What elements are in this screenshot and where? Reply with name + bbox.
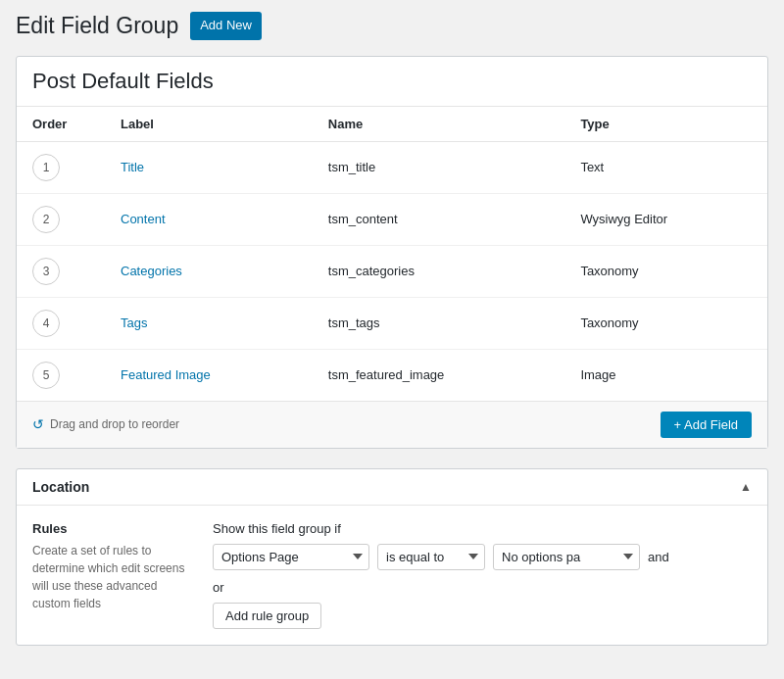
order-cell: 5 [17,349,105,401]
drag-icon: ↺ [32,416,44,432]
field-label-link[interactable]: Content [121,212,166,226]
add-field-button[interactable]: + Add Field [661,412,752,438]
table-row: 2 Content tsm_content Wysiwyg Editor [17,193,767,245]
group-title-input[interactable] [17,57,767,107]
and-label: and [648,550,669,564]
table-row: 3 Categories tsm_categories Taxonomy [17,245,767,297]
add-new-button[interactable]: Add New [190,12,262,40]
label-cell: Content [105,193,313,245]
rules-title: Rules [32,521,189,536]
page-title: Edit Field Group [16,13,178,39]
field-label-link[interactable]: Categories [121,264,182,278]
table-row: 1 Title tsm_title Text [17,141,767,193]
location-panel: Location ▲ Rules Create a set of rules t… [16,468,768,646]
col-name: Name [313,107,565,142]
col-type: Type [564,107,767,142]
name-cell: tsm_tags [313,297,565,349]
or-label: or [213,580,752,595]
page-header: Edit Field Group Add New [16,12,768,40]
label-cell: Title [105,141,313,193]
order-cell: 4 [17,297,105,349]
type-cell: Wysiwyg Editor [564,193,767,245]
location-body: Rules Create a set of rules to determine… [17,506,767,645]
order-cell: 3 [17,245,105,297]
rules-sidebar: Rules Create a set of rules to determine… [32,521,189,629]
add-rule-group-button[interactable]: Add rule group [213,603,321,629]
rules-content: Show this field group if Options Page is… [213,521,752,629]
field-label-link[interactable]: Tags [121,315,147,330]
location-title: Location [32,479,89,495]
order-cell: 1 [17,141,105,193]
location-header[interactable]: Location ▲ [17,469,767,506]
rule-row: Options Page is equal to No options pa a… [213,544,752,570]
field-label-link[interactable]: Featured Image [121,367,211,382]
rules-desc: Create a set of rules to determine which… [32,542,189,612]
table-row: 4 Tags tsm_tags Taxonomy [17,297,767,349]
col-label: Label [105,107,313,142]
order-number: 3 [32,258,60,285]
label-cell: Tags [105,297,313,349]
drag-hint-text: Drag and drop to reorder [50,417,179,431]
order-number: 1 [32,154,60,181]
order-number: 4 [32,310,60,337]
order-cell: 2 [17,193,105,245]
label-cell: Categories [105,245,313,297]
table-row: 5 Featured Image tsm_featured_image Imag… [17,349,767,401]
fields-footer: ↺ Drag and drop to reorder + Add Field [17,401,767,448]
type-cell: Image [564,349,767,401]
name-cell: tsm_content [313,193,565,245]
show-if-label: Show this field group if [213,521,752,536]
value-select[interactable]: No options pa [493,544,640,570]
col-order: Order [17,107,105,142]
operator-select[interactable]: is equal to [377,544,485,570]
drag-hint: ↺ Drag and drop to reorder [32,416,179,432]
field-label-link[interactable]: Title [121,160,144,174]
collapse-icon: ▲ [740,480,752,494]
order-number: 2 [32,206,60,233]
type-cell: Taxonomy [564,245,767,297]
name-cell: tsm_categories [313,245,565,297]
type-cell: Taxonomy [564,297,767,349]
fields-panel: Order Label Name Type 1 Title tsm_title … [16,56,768,449]
condition-select[interactable]: Options Page [213,544,369,570]
label-cell: Featured Image [105,349,313,401]
type-cell: Text [564,141,767,193]
fields-table: Order Label Name Type 1 Title tsm_title … [17,107,767,401]
name-cell: tsm_featured_image [313,349,565,401]
name-cell: tsm_title [313,141,565,193]
order-number: 5 [32,362,60,389]
